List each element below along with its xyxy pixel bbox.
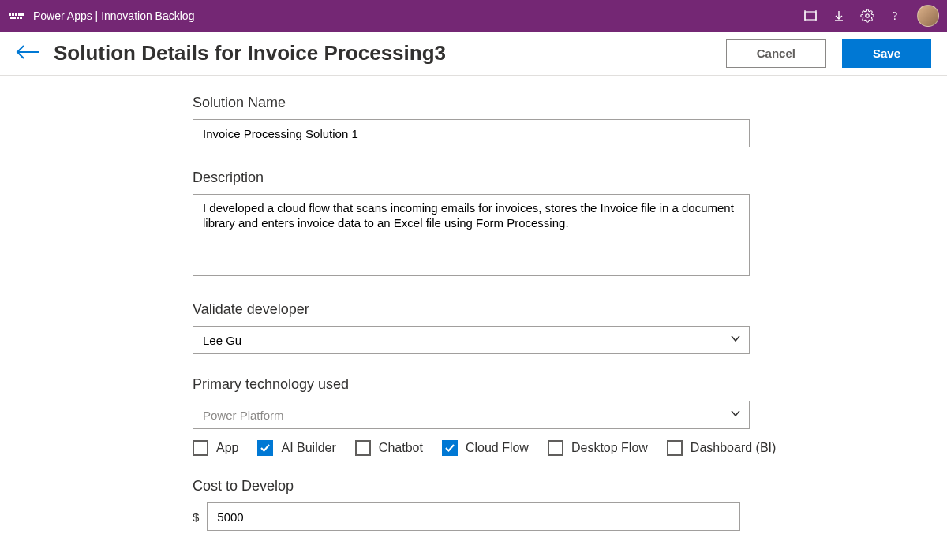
svg-point-5 [866,14,870,18]
svg-rect-0 [805,12,816,20]
form: Solution Name Description I developed a … [0,76,758,531]
download-icon[interactable] [832,9,846,23]
cost-input[interactable] [207,502,740,531]
cancel-button[interactable]: Cancel [726,39,826,68]
checkbox-cloud-flow-label: Cloud Flow [466,441,529,455]
back-arrow-icon[interactable] [16,44,41,63]
validate-developer-field: Validate developer [193,301,758,354]
fit-icon[interactable] [803,9,818,23]
validate-developer-select[interactable] [193,326,750,354]
description-label: Description [193,170,758,186]
user-avatar[interactable] [917,5,939,27]
cost-field: Cost to Develop $ [193,478,758,531]
solution-name-field: Solution Name [193,95,758,147]
description-textarea[interactable]: I developed a cloud flow that scans inco… [193,194,750,276]
page-title: Solution Details for Invoice Processing3 [54,41,446,65]
checkbox-app[interactable] [193,440,208,456]
solution-name-input[interactable] [193,119,750,147]
app-launcher-icon[interactable] [8,8,24,24]
checkbox-desktop-flow[interactable] [548,440,563,456]
tech-checkboxes: App AI Builder Chatbot Cloud Flow Deskto… [193,440,758,456]
solution-name-label: Solution Name [193,95,758,111]
primary-tech-select[interactable] [193,401,750,429]
topbar-title: Power Apps | Innovation Backlog [33,9,194,22]
topbar-right: ? [803,5,939,27]
primary-tech-label: Primary technology used [193,376,758,393]
validate-developer-label: Validate developer [193,301,758,318]
currency-symbol: $ [193,510,199,524]
svg-text:?: ? [893,10,897,22]
primary-tech-field: Primary technology used App AI Builder C… [193,376,758,456]
checkbox-dashboard[interactable] [667,440,683,456]
checkbox-dashboard-label: Dashboard (BI) [691,441,777,455]
checkbox-desktop-flow-label: Desktop Flow [571,441,648,455]
checkbox-chatbot[interactable] [355,440,371,456]
checkbox-ai-builder[interactable] [257,440,273,456]
checkbox-chatbot-label: Chatbot [379,441,423,455]
save-button[interactable]: Save [842,39,931,68]
checkbox-cloud-flow[interactable] [442,440,458,456]
description-field: Description I developed a cloud flow tha… [193,170,758,279]
header-bar: Solution Details for Invoice Processing3… [0,32,947,76]
checkbox-ai-builder-label: AI Builder [281,441,335,455]
settings-icon[interactable] [860,9,874,23]
checkbox-app-label: App [216,441,238,455]
header-actions: Cancel Save [726,39,931,68]
cost-label: Cost to Develop [193,478,758,495]
topbar: Power Apps | Innovation Backlog ? [0,0,947,32]
help-icon[interactable]: ? [889,9,903,23]
